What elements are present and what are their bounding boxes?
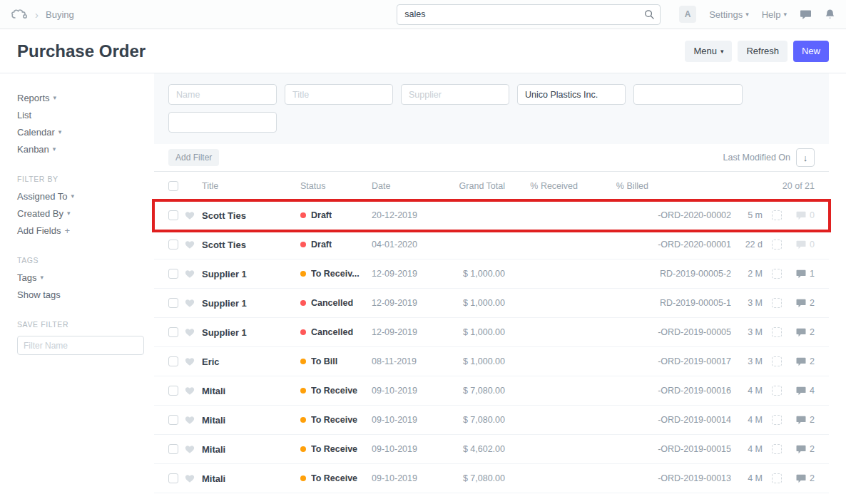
row-title[interactable]: Mitali xyxy=(202,473,300,484)
column-received[interactable]: % Received xyxy=(516,181,578,191)
menu-button[interactable]: Menu ▾ xyxy=(685,41,732,62)
table-row[interactable]: Supplier 1 To Receiv... 12-09-2019 $ 1,0… xyxy=(154,259,829,289)
breadcrumb-buying[interactable]: Buying xyxy=(46,9,74,20)
settings-menu[interactable]: Settings ▾ xyxy=(709,9,749,20)
row-checkbox[interactable] xyxy=(168,269,178,279)
sidebar-item-kanban[interactable]: Kanban ▾ xyxy=(17,140,154,158)
sidebar-item-calendar[interactable]: Calendar ▾ xyxy=(17,123,154,140)
row-title[interactable]: Scott Ties xyxy=(202,240,300,250)
like-heart-icon[interactable] xyxy=(185,386,195,396)
like-heart-icon[interactable] xyxy=(185,445,195,454)
filter-extra-field-1[interactable] xyxy=(633,84,743,105)
like-heart-icon[interactable] xyxy=(185,474,195,483)
row-checkbox[interactable] xyxy=(168,356,178,366)
filter-name-field[interactable] xyxy=(168,84,277,105)
sidebar-item-show-tags[interactable]: Show tags xyxy=(17,286,154,303)
row-comments[interactable]: 2 xyxy=(782,327,815,337)
assign-placeholder[interactable] xyxy=(772,444,782,454)
assign-placeholder[interactable] xyxy=(772,356,782,366)
assign-placeholder[interactable] xyxy=(772,473,782,483)
filter-extra-field-2[interactable] xyxy=(168,112,277,133)
assign-placeholder[interactable] xyxy=(772,269,782,279)
search-icon[interactable] xyxy=(644,9,655,22)
like-heart-icon[interactable] xyxy=(185,240,195,250)
table-row[interactable]: Eric To Bill 08-11-2019 $ 1,000.00 -ORD-… xyxy=(154,347,829,376)
row-checkbox[interactable] xyxy=(168,210,178,220)
filter-supplier-field[interactable] xyxy=(401,84,509,105)
assign-placeholder[interactable] xyxy=(772,327,782,337)
like-heart-icon[interactable] xyxy=(185,416,195,425)
table-row[interactable]: Scott Ties Draft 04-01-2020 -ORD-2020-00… xyxy=(154,230,829,259)
sidebar-item-created-by[interactable]: Created By ▾ xyxy=(17,205,154,222)
column-title[interactable]: Title xyxy=(202,181,300,191)
row-document-id[interactable]: -ORD-2019-00014 xyxy=(648,415,731,425)
like-heart-icon[interactable] xyxy=(185,269,195,279)
user-avatar[interactable]: A xyxy=(679,6,696,23)
row-document-id[interactable]: RD-2019-00005-2 xyxy=(648,269,731,279)
add-filter-button[interactable]: Add Filter xyxy=(168,149,219,166)
row-document-id[interactable]: -ORD-2019-00013 xyxy=(648,473,731,483)
row-comments[interactable]: 2 xyxy=(782,444,815,454)
row-title[interactable]: Eric xyxy=(202,356,300,367)
row-comments[interactable]: 2 xyxy=(782,298,815,308)
row-title[interactable]: Scott Ties xyxy=(202,210,300,221)
filter-name-input[interactable] xyxy=(17,336,144,355)
row-document-id[interactable]: -ORD-2019-00017 xyxy=(648,356,731,366)
like-heart-icon[interactable] xyxy=(185,357,195,366)
row-comments[interactable]: 2 xyxy=(782,473,815,483)
sort-field-selector[interactable]: Last Modified On xyxy=(723,153,791,163)
row-comments[interactable]: 0 xyxy=(782,240,815,250)
column-grand-total[interactable]: Grand Total xyxy=(441,181,505,191)
row-document-id[interactable]: RD-2019-00005-1 xyxy=(648,298,731,308)
like-heart-icon[interactable] xyxy=(185,211,195,220)
row-title[interactable]: Mitali xyxy=(202,386,300,396)
column-billed[interactable]: % Billed xyxy=(587,181,648,191)
row-checkbox[interactable] xyxy=(168,444,178,454)
assign-placeholder[interactable] xyxy=(772,386,782,396)
like-heart-icon[interactable] xyxy=(185,328,195,337)
row-title[interactable]: Mitali xyxy=(202,444,300,455)
assign-placeholder[interactable] xyxy=(772,298,782,308)
app-logo[interactable] xyxy=(11,9,28,20)
row-checkbox[interactable] xyxy=(168,386,178,396)
filter-title-field[interactable] xyxy=(285,84,393,105)
row-checkbox[interactable] xyxy=(168,298,178,308)
search-input[interactable] xyxy=(397,4,661,25)
row-title[interactable]: Supplier 1 xyxy=(202,269,300,279)
row-document-id[interactable]: -ORD-2019-00016 xyxy=(648,386,731,396)
row-document-id[interactable]: -ORD-2020-00001 xyxy=(648,240,731,250)
row-document-id[interactable]: -ORD-2019-00005 xyxy=(648,327,731,337)
chat-icon[interactable] xyxy=(800,9,812,20)
row-comments[interactable]: 1 xyxy=(782,269,815,279)
sidebar-item-add-fields[interactable]: Add Fields + xyxy=(17,222,154,239)
filter-supplier-value-field[interactable] xyxy=(517,84,626,105)
sort-direction-button[interactable]: ↓ xyxy=(796,148,815,167)
refresh-button[interactable]: Refresh xyxy=(738,41,788,62)
table-row[interactable]: Scott Ties Draft 20-12-2019 -ORD-2020-00… xyxy=(154,201,829,230)
row-checkbox[interactable] xyxy=(168,473,178,483)
sidebar-item-assigned-to[interactable]: Assigned To ▾ xyxy=(17,187,154,205)
column-date[interactable]: Date xyxy=(372,181,441,191)
table-row[interactable]: Mitali To Receive 09-10-2019 $ 7,080.00 … xyxy=(154,406,829,435)
row-checkbox[interactable] xyxy=(168,240,178,250)
table-row[interactable]: Supplier 1 Cancelled 12-09-2019 $ 1,000.… xyxy=(154,318,829,347)
sidebar-item-reports[interactable]: Reports ▾ xyxy=(17,89,154,106)
column-status[interactable]: Status xyxy=(300,181,372,191)
table-row[interactable]: Supplier 1 Cancelled 12-09-2019 $ 1,000.… xyxy=(154,289,829,318)
table-row[interactable]: Mitali To Receive 09-10-2019 $ 4,602.00 … xyxy=(154,435,829,464)
table-row[interactable]: Mitali To Receive 09-10-2019 $ 7,080.00 … xyxy=(154,464,829,493)
sidebar-item-list[interactable]: List xyxy=(17,106,154,123)
row-comments[interactable]: 2 xyxy=(782,356,815,366)
table-row[interactable]: Mitali To Receive 09-10-2019 $ 7,080.00 … xyxy=(154,376,829,406)
row-title[interactable]: Supplier 1 xyxy=(202,298,300,309)
select-all-checkbox[interactable] xyxy=(168,181,178,191)
result-count[interactable]: 20 of 21 xyxy=(648,181,815,191)
assign-placeholder[interactable] xyxy=(772,240,782,250)
row-document-id[interactable]: -ORD-2019-00015 xyxy=(648,444,731,454)
row-comments[interactable]: 2 xyxy=(782,415,815,425)
assign-placeholder[interactable] xyxy=(772,210,782,220)
sidebar-item-tags[interactable]: Tags ▾ xyxy=(17,269,154,286)
notifications-bell-icon[interactable] xyxy=(825,9,835,20)
assign-placeholder[interactable] xyxy=(772,415,782,425)
row-document-id[interactable]: -ORD-2020-00002 xyxy=(648,210,731,220)
